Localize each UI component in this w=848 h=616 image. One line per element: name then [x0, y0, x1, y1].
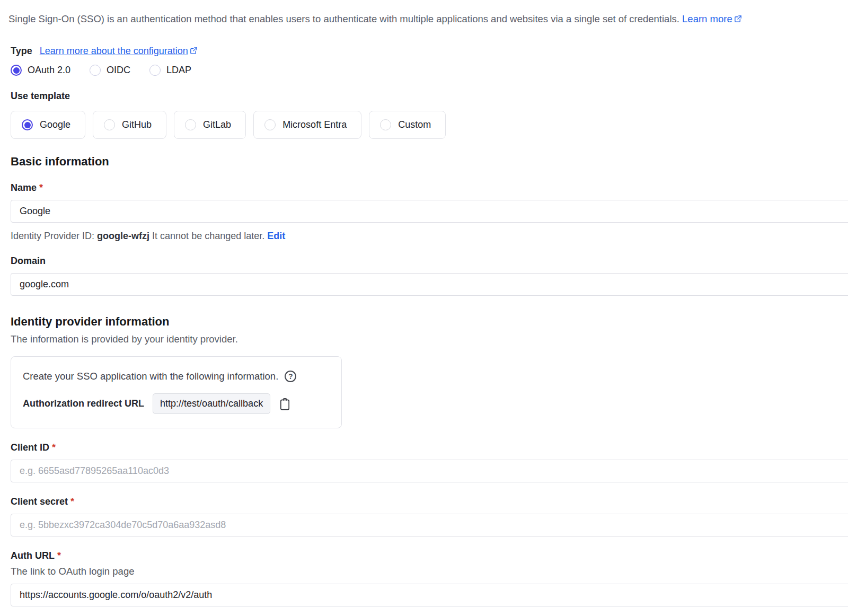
template-card-google[interactable]: Google — [11, 111, 85, 139]
auth-url-helper-text: The link to OAuth login page — [11, 566, 848, 577]
copy-button[interactable] — [279, 397, 291, 411]
identity-provider-id-line: Identity Provider ID: google-wfzj It can… — [11, 231, 848, 242]
idp-information-heading: Identity provider information — [11, 315, 848, 329]
required-asterisk: * — [57, 550, 61, 561]
domain-input[interactable] — [11, 273, 848, 296]
client-secret-input[interactable] — [11, 514, 848, 536]
radio-oauth2[interactable]: OAuth 2.0 — [11, 65, 70, 76]
required-asterisk: * — [70, 496, 74, 507]
authorization-redirect-label: Authorization redirect URL — [23, 398, 144, 409]
idp-information-subtitle: The information is provided by your iden… — [11, 333, 848, 345]
authorization-redirect-url-value: http://test/oauth/callback — [153, 393, 270, 414]
sso-description-text: Single Sign-On (SSO) is an authenticatio… — [8, 13, 679, 24]
domain-label: Domain — [11, 256, 848, 267]
radio-icon — [149, 65, 161, 76]
type-radio-group: OAuth 2.0 OIDC LDAP — [11, 65, 848, 76]
template-card-gitlab[interactable]: GitLab — [174, 111, 246, 139]
radio-icon — [380, 119, 391, 130]
clipboard-icon — [279, 397, 291, 411]
template-card-github[interactable]: GitHub — [93, 111, 166, 139]
radio-icon — [185, 119, 196, 130]
client-secret-label: Client secret* — [11, 496, 848, 507]
auth-url-input[interactable] — [11, 584, 848, 606]
required-asterisk: * — [39, 182, 43, 193]
identity-provider-id-value: google-wfzj — [97, 231, 149, 241]
sso-application-info-box: Create your SSO application with the fol… — [11, 356, 342, 428]
sso-settings-page: Single Sign-On (SSO) is an authenticatio… — [0, 0, 848, 616]
template-card-row: Google GitHub GitLab Microsoft Entra Cus… — [11, 111, 848, 139]
sso-description: Single Sign-On (SSO) is an authenticatio… — [8, 13, 840, 25]
name-input[interactable] — [11, 200, 848, 223]
radio-ldap[interactable]: LDAP — [149, 65, 191, 76]
radio-icon — [264, 119, 276, 130]
configuration-learn-more-link[interactable]: Learn more about the configuration — [40, 46, 198, 57]
learn-more-link[interactable]: Learn more — [682, 13, 742, 24]
radio-oidc[interactable]: OIDC — [90, 65, 130, 76]
template-card-microsoft-entra[interactable]: Microsoft Entra — [253, 111, 361, 139]
auth-url-label: Auth URL* — [11, 550, 848, 561]
info-box-instruction: Create your SSO application with the fol… — [23, 371, 331, 382]
authorization-redirect-row: Authorization redirect URL http://test/o… — [23, 393, 331, 414]
external-link-icon — [734, 15, 742, 23]
radio-icon — [11, 65, 22, 76]
type-label: Type — [11, 46, 32, 57]
name-label: Name* — [11, 182, 848, 193]
required-asterisk: * — [52, 442, 56, 453]
edit-link[interactable]: Edit — [267, 231, 285, 241]
radio-icon — [90, 65, 101, 76]
client-id-label: Client ID* — [11, 442, 848, 453]
basic-information-heading: Basic information — [11, 155, 848, 169]
help-icon[interactable]: ? — [285, 371, 296, 382]
template-card-custom[interactable]: Custom — [369, 111, 446, 139]
radio-icon — [22, 119, 33, 130]
external-link-icon — [190, 47, 198, 55]
type-row: Type Learn more about the configuration — [11, 46, 848, 57]
client-id-input[interactable] — [11, 460, 848, 482]
use-template-label: Use template — [11, 91, 848, 102]
radio-icon — [104, 119, 115, 130]
